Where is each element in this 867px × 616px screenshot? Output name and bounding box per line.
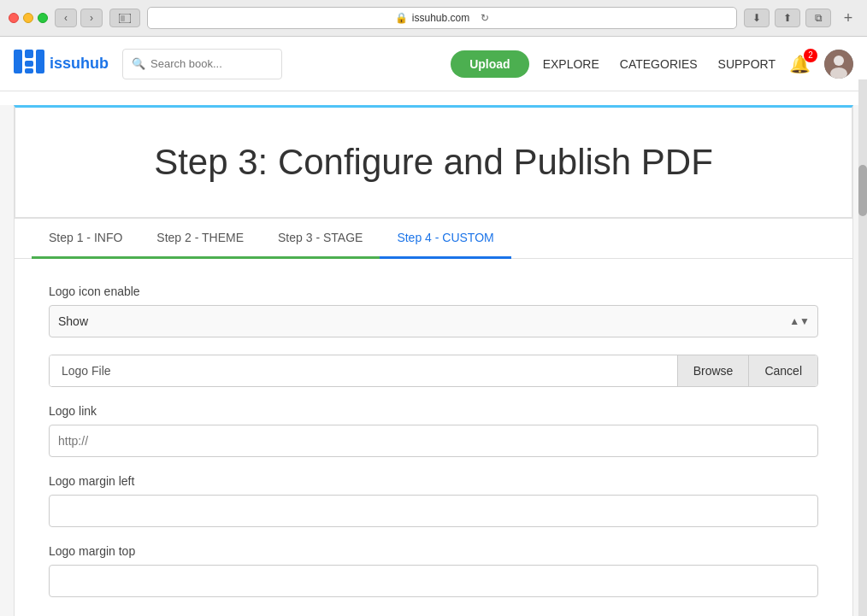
new-tab-button[interactable]: + [838,8,858,28]
svg-rect-1 [121,15,125,21]
explore-link[interactable]: EXPLORE [543,57,599,71]
window-resize-button[interactable]: ⧉ [805,9,831,27]
scrollbar[interactable] [858,79,867,616]
tab-view-button[interactable] [109,9,140,27]
form-area: Logo icon enable Show Hide ▲▼ Logo File [15,259,852,616]
logo-link-input[interactable] [49,425,818,457]
forward-button[interactable]: › [80,9,103,27]
logo-margin-top-label: Logo margin top [49,544,818,558]
logo-icon-select-wrapper: Show Hide ▲▼ [49,305,818,337]
browse-button[interactable]: Browse [677,355,749,386]
avatar[interactable] [824,50,853,79]
search-input[interactable] [150,57,273,70]
close-dot[interactable] [9,13,19,23]
svg-rect-6 [36,50,44,73]
maximize-dot[interactable] [38,13,48,23]
page-title: Step 3: Configure and Publish PDF [32,142,835,183]
support-link[interactable]: SUPPORT [718,57,776,71]
logo-margin-top-input[interactable] [49,565,818,597]
categories-link[interactable]: CATEGORIES [620,57,698,71]
logo-margin-top-group: Logo margin top [49,544,818,597]
svg-rect-2 [14,50,22,73]
window-controls [9,13,48,23]
address-bar[interactable]: 🔒 issuhub.com ↻ [147,7,737,29]
notification-badge: 2 [804,49,817,62]
scrollbar-thumb[interactable] [858,165,867,216]
search-bar[interactable]: 🔍 [122,49,282,79]
logo-icon [14,50,44,79]
cancel-button[interactable]: Cancel [748,355,817,386]
svg-rect-5 [25,68,33,73]
hero-section: Step 3: Configure and Publish PDF [14,105,853,219]
logo-icon-select[interactable]: Show Hide [49,305,818,337]
logo-link-label: Logo link [49,404,818,418]
url-text: issuhub.com [412,12,469,24]
tab-info[interactable]: Step 1 - INFO [32,219,139,259]
logo-file-row: Logo File Browse Cancel [49,355,818,387]
content: Step 3: Configure and Publish PDF Step 1… [0,105,867,616]
upload-button[interactable]: Upload [451,50,528,78]
nav-links: EXPLORE CATEGORIES SUPPORT [543,57,776,71]
logo-file-label: Logo File [50,355,677,386]
logo-text: issuhub [50,55,109,73]
logo-margin-left-input[interactable] [49,495,818,527]
svg-rect-4 [25,61,33,67]
reload-icon: ↻ [481,12,489,24]
logo-icon-label: Logo icon enable [49,285,818,298]
svg-point-8 [834,56,844,66]
logo-icon-group: Logo icon enable Show Hide ▲▼ [49,285,818,337]
browser-chrome: ‹ › 🔒 issuhub.com ↻ ⬇ ⬆ ⧉ + [0,0,867,37]
tab-theme[interactable]: Step 2 - THEME [139,219,261,259]
back-button[interactable]: ‹ [55,9,77,27]
steps-container: Step 1 - INFO Step 2 - THEME Step 3 - ST… [14,219,853,616]
steps-tabs: Step 1 - INFO Step 2 - THEME Step 3 - ST… [15,219,852,259]
navbar: issuhub 🔍 Upload EXPLORE CATEGORIES SUPP… [0,37,867,91]
share-button[interactable]: ⬆ [775,9,800,27]
search-icon: 🔍 [132,57,145,70]
minimize-dot[interactable] [23,13,33,23]
lock-icon: 🔒 [395,12,408,24]
logo-margin-left-label: Logo margin left [49,474,818,488]
download-button[interactable]: ⬇ [744,9,770,27]
logo-margin-left-group: Logo margin left [49,474,818,527]
tab-stage[interactable]: Step 3 - STAGE [261,219,380,259]
logo-link-group: Logo link [49,404,818,457]
tab-custom[interactable]: Step 4 - CUSTOM [380,219,510,259]
svg-rect-3 [25,50,33,58]
notification-icon[interactable]: 🔔 2 [789,54,811,74]
logo[interactable]: issuhub [14,50,109,79]
